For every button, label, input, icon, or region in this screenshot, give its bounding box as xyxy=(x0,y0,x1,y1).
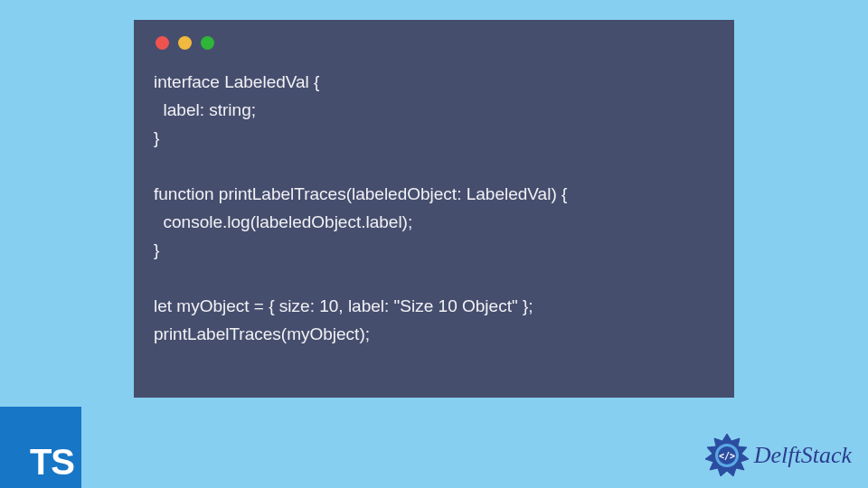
code-line: function printLabelTraces(labeledObject:… xyxy=(154,184,567,203)
code-line: interface LabeledVal { xyxy=(154,72,319,91)
code-line: } xyxy=(154,240,159,259)
close-icon xyxy=(156,36,169,50)
typescript-badge: TS xyxy=(0,407,81,488)
minimize-icon xyxy=(178,36,192,50)
maximize-icon xyxy=(201,36,214,50)
code-line: } xyxy=(154,128,159,147)
svg-text:</>: </> xyxy=(719,451,735,461)
window-controls xyxy=(156,36,714,50)
code-line: console.log(labeledObject.label); xyxy=(154,212,412,231)
delftstack-logo: </> DelftStack xyxy=(703,432,852,479)
delftstack-label: DelftStack xyxy=(754,442,852,469)
code-line: let myObject = { size: 10, label: "Size … xyxy=(154,296,533,315)
code-block: interface LabeledVal { label: string; } … xyxy=(154,68,714,348)
code-window: interface LabeledVal { label: string; } … xyxy=(134,20,734,398)
code-line: label: string; xyxy=(154,100,256,119)
delftstack-icon: </> xyxy=(703,432,750,479)
code-line: printLabelTraces(myObject); xyxy=(154,324,370,343)
typescript-badge-label: TS xyxy=(30,442,74,483)
